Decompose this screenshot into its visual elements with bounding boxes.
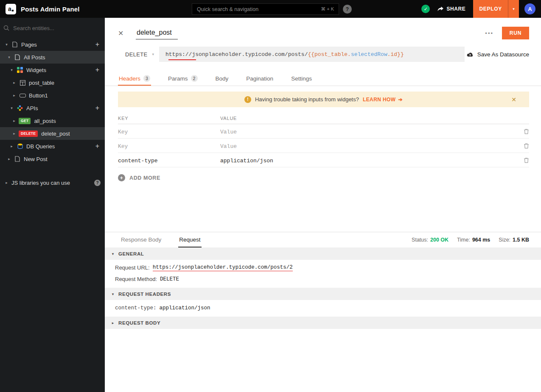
tab-settings[interactable]: Settings [290,72,313,86]
tab-headers[interactable]: Headers 3 [118,72,151,86]
content-type-label: content-type: [115,305,157,311]
sidebar-section-db-queries[interactable]: ▸ DB Queries + [0,140,105,153]
chevron-down-icon[interactable]: ▾ [9,106,14,110]
chevron-right-icon[interactable]: ▸ [12,81,17,85]
section-general[interactable]: ▾ GENERAL [105,247,541,260]
sidebar-item-all-posts-api[interactable]: ▸ GET all_posts [0,114,105,127]
content-type-row: content-type: application/json [105,302,541,314]
sidebar-item-new-post[interactable]: ▸ New Post [0,153,105,165]
arrow-right-icon: ➔ [398,97,403,103]
close-icon[interactable]: ✕ [118,29,127,37]
url-input[interactable]: https://jsonplaceholder.typicode.com/pos… [159,47,465,62]
add-more-button[interactable]: + ADD MORE [118,174,541,181]
chevron-right-icon[interactable]: ▸ [12,131,17,136]
delete-row-icon[interactable] [518,157,529,163]
section-title: GENERAL [118,251,144,256]
add-page-button[interactable]: + [94,41,101,48]
save-as-datasource-button[interactable]: Save As Datasource [466,51,529,58]
add-api-button[interactable]: + [94,105,101,111]
chevron-right-icon[interactable]: ▸ [12,119,17,123]
request-url-value[interactable]: https://jsonplaceholder.typicode.com/pos… [153,264,293,271]
run-button[interactable]: RUN [502,27,529,39]
js-libraries-help-icon[interactable]: ? [94,180,101,186]
add-query-button[interactable]: + [94,143,101,150]
request-config-tabs: Headers 3 Params 2 Body Pagination Setti [105,72,541,86]
banner-close-icon[interactable]: ✕ [511,96,516,103]
chevron-down-icon[interactable]: ▾ [7,55,11,59]
chevron-down-icon: ▾ [152,52,154,56]
url-base: https://jsonplaceholder.typicode.com/pos… [165,51,308,58]
url-binding-close: .id}} [387,51,404,58]
share-button[interactable]: SHARE [437,6,465,12]
api-header: ✕ delete_post ••• RUN [105,25,541,42]
sidebar-item-all-posts[interactable]: ▾ All Posts [0,51,105,64]
request-url-row: Request URL: https://jsonplaceholder.typ… [105,262,541,273]
tab-pagination[interactable]: Pagination [245,72,274,86]
tab-params[interactable]: Params 2 [167,72,199,86]
url-binding-open: {{post_table. [308,51,350,58]
header-key-input[interactable] [118,158,215,164]
more-actions-icon[interactable]: ••• [477,30,502,36]
delete-row-icon[interactable] [518,128,529,134]
sidebar-section-pages[interactable]: ▾ Pages + [0,38,105,51]
tab-body[interactable]: Body [215,72,230,86]
request-method-label: Request Method: [115,276,157,282]
entity-tree: ▾ Pages + ▾ All Posts ▾ [0,38,105,189]
page-icon [14,156,21,162]
add-widget-button[interactable]: + [94,67,101,73]
section-request-body[interactable]: ▸ REQUEST BODY [105,317,541,329]
learn-how-label: LEARN HOW [363,97,396,103]
api-name-field[interactable]: delete_post [136,27,178,39]
chevron-right-icon[interactable]: ▸ [9,144,14,148]
chevron-right-icon[interactable]: ▸ [7,157,11,161]
header-key-input[interactable] [118,143,215,150]
page-icon [14,54,21,60]
sidebar-item-label: delete_post [41,131,101,137]
chevron-down-icon: ▾ [111,252,115,256]
section-request-headers[interactable]: ▾ REQUEST HEADERS [105,288,541,300]
header-value-input[interactable] [220,158,503,164]
sidebar-item-label: New Post [24,156,101,162]
response-meta: Status: 200 OK Time: 964 ms Size: 1.5 KB [412,232,529,247]
request-url-label: Request URL: [115,264,150,271]
request-method-value: DELETE [160,276,179,282]
sidebar-item-label: All Posts [24,54,101,61]
entity-search-input[interactable] [13,25,100,31]
chevron-right-icon[interactable]: ▸ [12,93,17,97]
entity-search[interactable] [0,18,105,38]
sidebar-item-button1[interactable]: ▸ Button1 [0,89,105,102]
sidebar-item-delete-post-api[interactable]: ▸ DELETE delete_post [0,127,105,140]
deploy-button[interactable]: DEPLOY ▾ [473,0,519,18]
learn-how-link[interactable]: LEARN HOW ➔ [363,97,403,103]
sidebar-section-apis[interactable]: ▾ APIs + [0,102,105,114]
url-binding-property: selectedRow [351,51,387,58]
button-widget-icon [19,94,26,97]
http-method-select[interactable]: DELETE ▾ [118,47,159,62]
tab-label: Request [179,236,200,243]
chevron-right-icon[interactable]: ▸ [4,181,9,185]
tab-response-body[interactable]: Response Body [120,232,162,247]
status-value: 200 OK [430,237,448,243]
chevron-down-icon[interactable]: ▾ [4,42,9,47]
tab-label: Response Body [121,236,161,243]
header-value-input[interactable] [220,143,503,150]
tab-label: Headers [119,75,140,82]
sidebar-section-widgets[interactable]: ▾ Widgets + [0,64,105,76]
chevron-down-icon[interactable]: ▾ [9,68,14,72]
app-root: a Posts Admin Panel Quick search & navig… [0,0,541,392]
header-value-input[interactable] [220,129,503,135]
app-logo-icon[interactable]: a [6,4,16,14]
delete-row-icon[interactable] [518,143,529,149]
response-pane: Response Body Request Status: 200 OK Tim… [105,232,541,392]
quick-search-bar[interactable]: Quick search & navigation ⌘ + K [192,3,339,15]
size-value: 1.5 KB [513,237,529,243]
header-key-input[interactable] [118,129,215,135]
tab-request[interactable]: Request [178,232,201,247]
sidebar-section-js-libraries[interactable]: ▸ JS libraries you can use ? [0,176,105,189]
widgets-icon [17,67,23,73]
deploy-caret-icon[interactable]: ▾ [508,0,519,18]
sidebar-item-post-table[interactable]: ▸ post_table [0,76,105,89]
header-row [118,139,529,153]
help-icon[interactable]: ? [343,5,352,14]
avatar[interactable]: A [524,3,535,14]
